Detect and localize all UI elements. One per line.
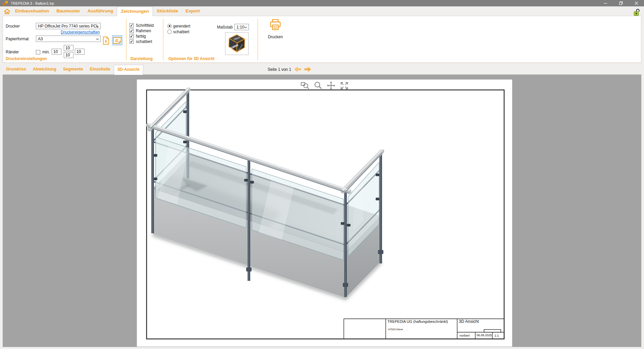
titleblock-company: TREPEDIA UG (haftungsbeschränkt) <box>387 319 448 323</box>
minimize-button[interactable] <box>598 0 613 6</box>
orientation-portrait-button[interactable]: A <box>102 36 110 45</box>
margin-bottom-input[interactable] <box>64 52 73 58</box>
margins-label: Ränder <box>6 50 19 54</box>
printer-value: HP OfficeJet Pro 7740 series PCL <box>38 24 99 29</box>
svg-text:Œ: Œ <box>115 39 118 43</box>
ribbon-separator <box>126 19 126 60</box>
trepedia-window: { "window": { "title": "TREPEDIA 3 - Bal… <box>0 0 644 349</box>
svg-text:A: A <box>105 40 107 43</box>
schriftfeld-checkbox[interactable]: ✓ <box>129 23 134 28</box>
viewtab-einzelteile[interactable]: Einzelteile <box>87 65 114 74</box>
printer-properties-link[interactable]: Druckereigenschaften <box>61 30 100 35</box>
pan-button[interactable] <box>326 81 336 90</box>
view-cube-button[interactable]: OBEN VORNE RECHTS <box>225 32 249 55</box>
margins-min-checkbox[interactable] <box>36 50 40 54</box>
group-label-optionen-3d: Optionen für 3D Ansicht <box>168 56 215 61</box>
chevron-down-icon <box>96 38 99 40</box>
printer-icon <box>269 19 281 31</box>
unlock-indicator[interactable] <box>633 8 641 16</box>
app-logo-icon <box>3 1 8 6</box>
gerendert-label: gerendert <box>173 24 190 29</box>
schattiert-checkbox[interactable]: ✓ <box>129 39 134 44</box>
schattiert-radio[interactable] <box>167 30 172 34</box>
titleblock-date: 06.08.2025 <box>477 334 492 337</box>
next-page-button[interactable] <box>304 67 311 72</box>
tab-zeichnungen[interactable]: Zeichnungen <box>117 7 153 16</box>
schattiert-label: schattiert <box>136 39 152 44</box>
print-button-label: Drucken <box>268 35 283 39</box>
portrait-page-icon: A <box>103 37 109 45</box>
restore-button[interactable] <box>613 0 629 6</box>
group-label-druckereinstellungen: Druckereinstellungen <box>6 56 47 61</box>
zoom-window-icon <box>301 81 310 90</box>
viewtab-grundriss[interactable]: Grundriss <box>3 65 30 74</box>
farbig-checkbox[interactable]: ✓ <box>129 34 134 38</box>
check-icon: ✓ <box>130 35 133 38</box>
tab-export[interactable]: Export <box>182 7 204 16</box>
margin-top-input[interactable] <box>64 45 73 51</box>
pan-icon <box>326 81 336 90</box>
home-button[interactable] <box>3 8 11 15</box>
margin-left-input[interactable] <box>52 49 61 55</box>
page-navigator: Seite 1 von 1 <box>268 65 311 74</box>
gerendert-radio[interactable] <box>167 24 172 28</box>
viewtab-abwicklung[interactable]: Abwicklung <box>30 65 60 74</box>
viewtab-3d-ansicht[interactable]: 3D-Ansicht <box>114 65 143 75</box>
chevron-down-icon <box>244 27 247 29</box>
restore-icon <box>619 1 623 5</box>
titleblock-scale: 1:1 <box>494 334 499 337</box>
titleblock-view-name: 3D Ansicht <box>459 319 479 324</box>
check-icon: ✓ <box>130 24 133 27</box>
previous-page-button[interactable] <box>294 67 301 72</box>
viewtab-segmente[interactable]: Segmente <box>60 65 87 74</box>
schattiert-radio-label: schattiert <box>173 30 190 34</box>
scale-label: Maßstab <box>217 25 233 30</box>
tab-ausfuehrung[interactable]: Ausführung <box>84 7 117 16</box>
scale-value: 1:10 <box>236 25 244 30</box>
chevron-down-icon <box>96 26 99 28</box>
close-button[interactable] <box>629 0 644 6</box>
orientation-landscape-button[interactable]: Œ <box>112 35 122 45</box>
ribbon-separator <box>258 19 258 60</box>
tab-baumuster[interactable]: Baumuster <box>53 7 84 16</box>
balcony-3d-render <box>137 80 512 347</box>
schriftfeld-label: Schriftfeld <box>136 23 154 28</box>
rahmen-checkbox[interactable]: ✓ <box>129 29 134 33</box>
fit-to-screen-button[interactable] <box>339 81 349 90</box>
paper-format-select[interactable]: A3 <box>36 36 101 42</box>
magnifier-icon <box>314 81 323 90</box>
zoom-window-button[interactable] <box>300 81 310 90</box>
title-bar: TREPEDIA 3 - Balkon1.trp <box>0 0 644 6</box>
balcony-model <box>148 88 383 298</box>
window-title: TREPEDIA 3 - Balkon1.trp <box>11 1 54 5</box>
zoom-button[interactable] <box>313 81 323 90</box>
drawing-sheet: TREPEDIA UG (haftungsbeschränkt) 47533 K… <box>137 80 512 347</box>
main-tab-row: Einbausituation Baumuster Ausführung Zei… <box>0 6 644 16</box>
margins-min-label: min. <box>42 50 50 54</box>
check-icon: ✓ <box>130 29 133 33</box>
printer-select[interactable]: HP OfficeJet Pro 7740 series PCL <box>36 23 101 29</box>
check-icon: ✓ <box>130 40 133 43</box>
page-indicator: Seite 1 von 1 <box>268 67 291 72</box>
minimize-icon <box>604 2 607 5</box>
fit-screen-icon <box>340 81 349 90</box>
paper-format-label: Papierformat <box>6 37 29 41</box>
tab-einbausituation[interactable]: Einbausituation <box>11 7 53 16</box>
titleblock-author: norbert <box>460 334 470 337</box>
farbig-label: farbig <box>136 34 146 39</box>
paper-format-value: A3 <box>38 37 43 41</box>
printer-label: Drucker <box>6 24 20 29</box>
margin-right-input[interactable] <box>75 49 85 55</box>
ribbon-zeichnungen: Drucker HP OfficeJet Pro 7740 series PCL… <box>3 16 641 63</box>
landscape-page-icon: Œ <box>113 37 121 44</box>
home-icon <box>4 8 10 14</box>
orientation-cube-icon: OBEN VORNE RECHTS <box>226 33 248 54</box>
group-label-darstellung: Darstellung <box>130 56 153 61</box>
drawing-canvas-area: TREPEDIA UG (haftungsbeschränkt) 47533 K… <box>3 74 641 347</box>
print-button[interactable]: Drucken <box>262 19 289 39</box>
view-tab-row: Grundriss Abwicklung Segmente Einzelteil… <box>0 63 644 74</box>
view-toolbar <box>300 81 349 90</box>
scale-select[interactable]: 1:10 <box>234 24 249 30</box>
tab-stueckliste[interactable]: Stückliste <box>153 7 182 16</box>
titleblock-address: 47533 Kleve <box>388 328 403 331</box>
